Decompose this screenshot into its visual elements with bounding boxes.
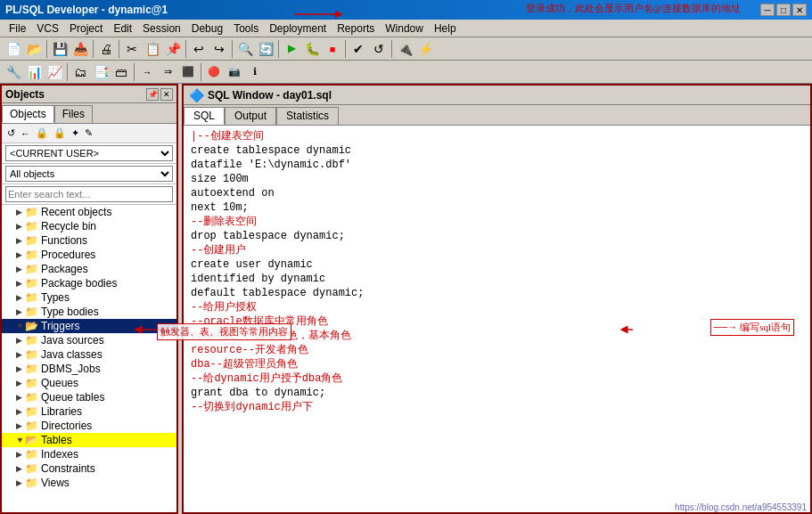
tree-item[interactable]: ▶ 📁 Java classes: [2, 347, 176, 362]
menu-help[interactable]: Help: [429, 20, 462, 37]
replace-button[interactable]: 🔄: [256, 39, 275, 59]
tree-item[interactable]: ▼ 📂 Tables: [2, 433, 176, 447]
tree-item[interactable]: ▼ 📂 Triggers: [2, 319, 176, 333]
folder-icon: 📂: [25, 320, 38, 332]
tb2-btn3[interactable]: 📈: [45, 62, 64, 82]
debug-button[interactable]: 🐛: [302, 39, 322, 59]
menu-window[interactable]: Window: [380, 20, 429, 37]
menu-vcs[interactable]: VCS: [31, 20, 64, 37]
stop-button[interactable]: ■: [323, 39, 342, 59]
tab-objects[interactable]: Objects: [2, 105, 54, 123]
tree-item[interactable]: ▶ 📁 Types: [2, 290, 176, 305]
tree-item[interactable]: ▶ 📁 DBMS_Jobs: [2, 362, 176, 376]
tree-item[interactable]: ▶ 📁 Packages: [2, 262, 176, 276]
menu-debug[interactable]: Debug: [186, 20, 228, 37]
forward-button[interactable]: 🔒: [34, 126, 50, 140]
code-line: --创建用户: [191, 243, 803, 257]
tree-item-label: Java sources: [41, 334, 104, 347]
edit-obj-button[interactable]: ✎: [83, 126, 94, 140]
undo-button[interactable]: ↩: [189, 39, 209, 59]
tree-item[interactable]: ▶ 📁 Queues: [2, 376, 176, 390]
connect-button[interactable]: 🔌: [395, 39, 414, 59]
new-button[interactable]: 📄: [4, 39, 23, 59]
tree-item[interactable]: ▶ 📁 Functions: [2, 233, 176, 248]
menu-tools[interactable]: Tools: [228, 20, 264, 37]
tab-files[interactable]: Files: [54, 105, 93, 123]
tb2-btn10[interactable]: 🔴: [204, 62, 224, 82]
current-user-select[interactable]: <CURRENT USER>: [5, 145, 173, 161]
tree-arrow-icon: ▶: [16, 336, 25, 345]
menu-project[interactable]: Project: [64, 20, 108, 37]
close-button[interactable]: ✕: [792, 4, 807, 16]
tree-arrow-icon: ▼: [16, 322, 25, 330]
sep-6: [278, 40, 279, 58]
folder-icon: 📁: [25, 263, 38, 275]
search-input[interactable]: [5, 186, 173, 202]
tb2-btn4[interactable]: 🗂: [70, 62, 90, 82]
tree-item[interactable]: ▶ 📁 Views: [2, 476, 176, 490]
sql-window-title: SQL Window - day01.sql: [208, 89, 332, 102]
folder-icon: 📁: [25, 391, 38, 404]
maximize-button[interactable]: □: [776, 4, 791, 16]
open-button[interactable]: 📂: [24, 39, 44, 59]
folder-icon: 📁: [25, 291, 38, 304]
disconnect-button[interactable]: ⚡: [415, 39, 435, 59]
panel-close-button[interactable]: ✕: [160, 88, 173, 101]
tree-item[interactable]: ▶ 📁 Recycle bin: [2, 219, 176, 233]
copy-button[interactable]: 📋: [143, 39, 162, 59]
tree-arrow-icon: ▶: [16, 250, 25, 259]
cut-button[interactable]: ✂: [122, 39, 142, 59]
tree-item[interactable]: ▶ 📁 Java sources: [2, 333, 176, 347]
save-all-button[interactable]: 📥: [70, 39, 90, 59]
code-line: dba--超级管理员角色: [191, 357, 803, 371]
main-layout: Objects 📌 ✕ Objects Files ↺ ← 🔒 🔒 ✦: [0, 84, 812, 514]
tree-arrow-icon: ▶: [16, 350, 25, 359]
print-button[interactable]: 🖨: [96, 39, 116, 59]
folder-icon: 📁: [25, 420, 38, 432]
tb2-btn7[interactable]: →: [137, 62, 157, 82]
tree-item[interactable]: ▶ 📁 Indexes: [2, 447, 176, 461]
folder-icon: 📂: [25, 434, 38, 446]
panel-pin-button[interactable]: 📌: [146, 88, 159, 101]
redo-button[interactable]: ↪: [209, 39, 229, 59]
menu-deployment[interactable]: Deployment: [264, 20, 332, 37]
minimize-button[interactable]: ─: [760, 4, 775, 16]
rollback-button[interactable]: ↺: [369, 39, 389, 59]
new-obj-button[interactable]: ✦: [70, 126, 81, 140]
tree-item[interactable]: ▶ 📁 Type bodies: [2, 305, 176, 319]
tree-item[interactable]: ▶ 📁 Constraints: [2, 461, 176, 476]
lock-button[interactable]: 🔒: [52, 126, 68, 140]
folder-icon: 📁: [25, 249, 38, 261]
sep-2: [93, 40, 94, 58]
tb2-btn2[interactable]: 📊: [24, 62, 44, 82]
tree-item[interactable]: ▶ 📁 Package bodies: [2, 276, 176, 290]
menu-file[interactable]: File: [4, 20, 31, 37]
menu-session[interactable]: Session: [137, 20, 186, 37]
tab-statistics[interactable]: Statistics: [276, 107, 339, 125]
tb2-btn1[interactable]: 🔧: [4, 62, 23, 82]
tree-item[interactable]: ▶ 📁 Directories: [2, 419, 176, 433]
menu-edit[interactable]: Edit: [108, 20, 137, 37]
folder-icon: 📁: [25, 405, 38, 418]
back-button[interactable]: ←: [19, 127, 32, 140]
commit-button[interactable]: ✔: [349, 39, 368, 59]
save-button[interactable]: 💾: [50, 39, 70, 59]
tree-item[interactable]: ▶ 📁 Recent objects: [2, 205, 176, 219]
tree-item[interactable]: ▶ 📁 Procedures: [2, 248, 176, 262]
run-button[interactable]: ▶: [282, 39, 301, 59]
tb2-btn9[interactable]: ⬛: [178, 62, 198, 82]
tab-output[interactable]: Output: [225, 107, 276, 125]
tab-sql[interactable]: SQL: [184, 107, 225, 125]
all-objects-select[interactable]: All objects: [5, 166, 173, 182]
tb2-btn5[interactable]: 📑: [91, 62, 111, 82]
tb2-btn8[interactable]: ⇒: [158, 62, 177, 82]
tb2-btn11[interactable]: 📷: [225, 62, 244, 82]
tb2-btn12[interactable]: ℹ: [245, 62, 265, 82]
tree-item[interactable]: ▶ 📁 Libraries: [2, 404, 176, 419]
find-button[interactable]: 🔍: [235, 39, 255, 59]
refresh-button[interactable]: ↺: [5, 126, 17, 140]
tb2-btn6[interactable]: 🗃: [111, 62, 131, 82]
tree-item[interactable]: ▶ 📁 Queue tables: [2, 390, 176, 404]
menu-reports[interactable]: Reports: [332, 20, 380, 37]
paste-button[interactable]: 📌: [163, 39, 183, 59]
